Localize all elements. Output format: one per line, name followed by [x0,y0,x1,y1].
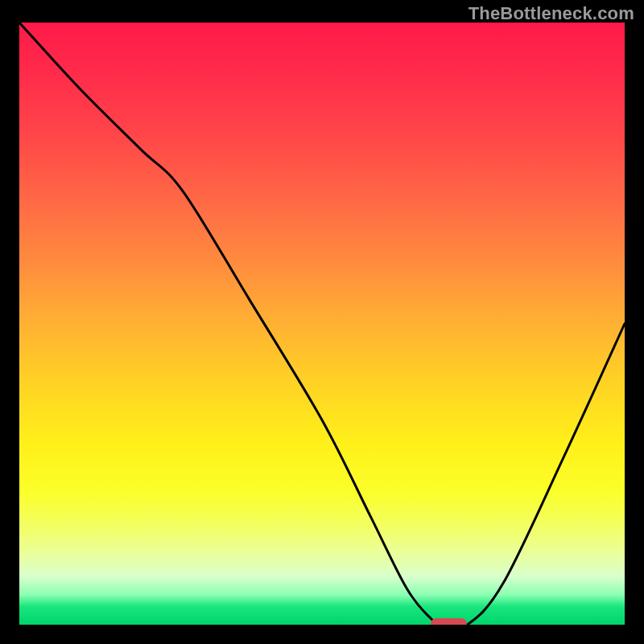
chart-frame: TheBottleneck.com [0,0,644,644]
plot-area [19,23,625,625]
bottleneck-curve [19,23,625,625]
attribution-label: TheBottleneck.com [469,3,634,24]
optimal-marker [431,618,467,625]
